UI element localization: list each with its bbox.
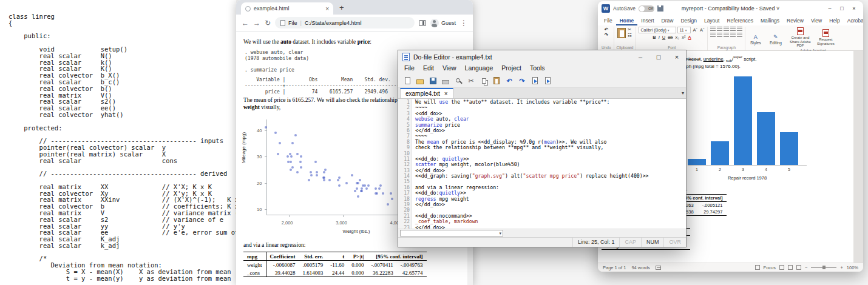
ribbon-tab-references[interactable]: References — [723, 16, 756, 25]
dofile-tab-close-icon[interactable]: × — [444, 90, 448, 97]
page-indicator[interactable]: Page 1 of 1 — [603, 265, 626, 270]
word-titlebar[interactable]: W AutoSave Off myreport - Compatibility … — [598, 1, 863, 16]
menu-tools[interactable]: Tools — [526, 64, 549, 74]
ribbon-tab-mailings[interactable]: Mailings — [757, 16, 783, 25]
menu-edit[interactable]: Edit — [419, 64, 438, 74]
run-icon[interactable] — [530, 76, 540, 86]
cut-icon[interactable]: ✂ — [466, 76, 476, 86]
dofile-tab[interactable]: example4.txt × — [400, 88, 453, 98]
menu-project[interactable]: Project — [497, 64, 526, 74]
subscript-icon[interactable]: x₂ — [675, 35, 680, 40]
menu-language[interactable]: Language — [461, 64, 498, 74]
do-icon[interactable] — [543, 76, 552, 86]
ribbon-tab-review[interactable]: Review — [783, 16, 807, 25]
word-count[interactable]: 94 words — [631, 265, 649, 270]
shrink-font-icon[interactable]: Aˇ — [699, 27, 705, 33]
reload-icon[interactable]: ↻ — [265, 19, 271, 27]
focus-label[interactable]: Focus — [764, 265, 776, 270]
close-button[interactable]: × — [668, 50, 686, 64]
dofile-editor-area[interactable]: 1234567891011121314151617181920212223 We… — [398, 99, 686, 229]
multilevel-list-icon[interactable] — [724, 27, 729, 31]
align-center-icon[interactable] — [717, 33, 722, 37]
ribbon-tab-acrobat[interactable]: Acrobat — [844, 16, 863, 25]
font-size-select[interactable]: 11▾ — [677, 27, 691, 33]
ribbon-tab-home[interactable]: Home — [616, 16, 638, 25]
paste-icon[interactable] — [492, 76, 501, 86]
quick-save-icon[interactable] — [657, 5, 663, 12]
decrease-indent-icon[interactable] — [730, 27, 736, 31]
bullets-icon[interactable] — [710, 27, 716, 31]
strikethrough-icon[interactable]: ab — [667, 35, 673, 40]
back-icon[interactable]: ← — [242, 19, 249, 27]
read-mode-icon[interactable] — [779, 265, 784, 270]
find-icon[interactable] — [453, 76, 463, 86]
cut-icon[interactable]: ✂ — [627, 27, 632, 32]
copy-icon[interactable]: ☷ — [627, 33, 632, 38]
word-maximize-button[interactable]: □ — [836, 5, 847, 12]
ribbon-tab-draw[interactable]: Draw — [658, 16, 677, 25]
superscript-icon[interactable]: x² — [681, 35, 686, 40]
zoom-in-icon[interactable]: + — [840, 265, 843, 270]
styles-button[interactable]: A Styles — [745, 27, 765, 50]
zoom-out-icon[interactable]: − — [805, 265, 807, 270]
scatter-point — [357, 182, 359, 184]
underline-icon[interactable]: U — [662, 35, 666, 40]
address-bar[interactable]: File | C:/Stata/example4.html — [275, 17, 415, 29]
print-icon[interactable] — [441, 76, 450, 86]
navigation-combo[interactable]: ▾ — [400, 230, 503, 236]
zoom-slider[interactable] — [811, 267, 836, 268]
browser-menu-icon[interactable]: ⋮ — [460, 19, 467, 27]
align-right-icon[interactable] — [724, 33, 729, 37]
font-color-icon[interactable]: A — [687, 35, 691, 40]
maximize-button[interactable]: □ — [649, 50, 668, 64]
open-file-icon[interactable] — [415, 76, 425, 86]
undo-icon[interactable]: ↶ — [604, 27, 609, 32]
ribbon-tab-file[interactable]: File — [600, 16, 616, 25]
ribbon-tab-view[interactable]: View — [807, 16, 826, 25]
forward-icon[interactable]: → — [253, 19, 260, 27]
proofing-icon[interactable] — [656, 266, 661, 270]
ribbon-tab-layout[interactable]: Layout — [700, 16, 724, 25]
increase-indent-icon[interactable] — [737, 27, 742, 31]
font-name-select[interactable]: Calibri (Body)▾ — [639, 27, 676, 33]
browser-tab[interactable]: example4.html × — [241, 2, 333, 15]
sidebar-icon[interactable] — [419, 20, 426, 26]
redo-icon[interactable]: ↷ — [517, 76, 527, 86]
new-file-icon[interactable] — [402, 76, 412, 86]
justify-icon[interactable] — [730, 33, 736, 37]
menu-file[interactable]: File — [400, 64, 419, 74]
line-spacing-icon[interactable] — [737, 33, 742, 37]
zoom-level[interactable]: 100% — [847, 265, 858, 270]
print-layout-icon[interactable] — [788, 265, 793, 270]
numbering-icon[interactable] — [717, 27, 722, 31]
zoom-slider-thumb[interactable] — [822, 266, 826, 269]
focus-icon[interactable] — [755, 265, 760, 270]
editing-button[interactable]: ✎ Editing — [765, 27, 785, 50]
web-layout-icon[interactable] — [796, 265, 801, 270]
save-icon[interactable] — [428, 76, 438, 86]
grow-font-icon[interactable]: Aˆ — [692, 27, 698, 33]
profile-chip[interactable]: Guest — [430, 19, 456, 27]
ribbon-tab-design[interactable]: Design — [677, 16, 700, 25]
ribbon-tab-help[interactable]: Help — [826, 16, 843, 25]
tab-list-chevron-icon[interactable]: ▾ — [682, 90, 684, 96]
redo-icon[interactable]: ↷ — [604, 32, 609, 38]
menu-view[interactable]: View — [438, 64, 461, 74]
request-signatures-button[interactable]: Request Signatures — [813, 29, 838, 45]
bold-icon[interactable]: B — [652, 35, 656, 40]
dofile-titlebar[interactable]: Do-file Editor - example4.txt – □ × — [398, 50, 686, 64]
undo-icon[interactable]: ↶ — [504, 76, 514, 86]
ribbon-tab-insert[interactable]: Insert — [637, 16, 657, 25]
create-pdf-button[interactable]: Create and Share Adobe PDF — [788, 27, 812, 48]
italic-icon[interactable]: I — [658, 35, 660, 40]
align-left-icon[interactable] — [710, 33, 716, 37]
copy-icon[interactable] — [479, 76, 489, 86]
tab-close-icon[interactable]: × — [325, 5, 329, 12]
word-minimize-button[interactable]: – — [824, 5, 835, 12]
minimize-button[interactable]: – — [631, 50, 649, 64]
paste-button[interactable] — [617, 28, 626, 38]
code-lines[interactable]: We will use the **auto** dataset. It inc… — [412, 99, 686, 229]
autosave-toggle[interactable]: Off — [639, 5, 654, 12]
new-tab-button[interactable]: + — [339, 3, 344, 12]
word-close-button[interactable]: × — [849, 5, 860, 12]
